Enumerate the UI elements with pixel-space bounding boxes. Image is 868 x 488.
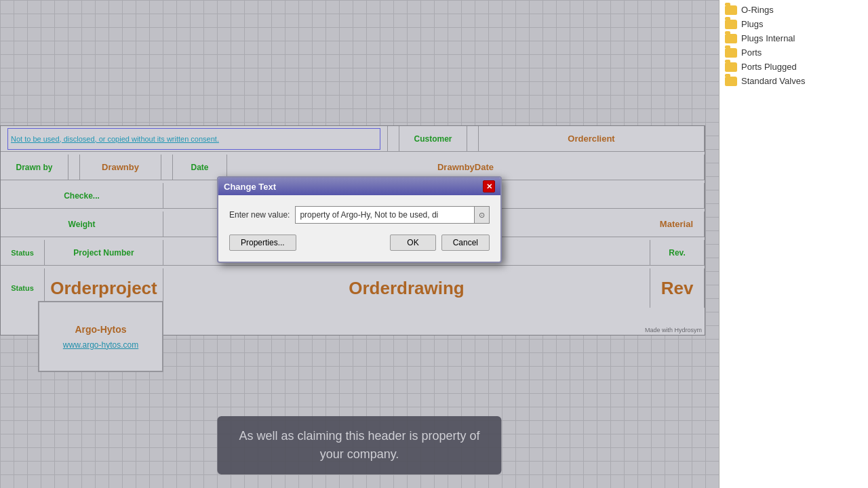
sidebar-item-ports[interactable]: Ports xyxy=(719,45,868,60)
folder-icon xyxy=(725,48,737,58)
sidebar-label-ports: Ports xyxy=(741,47,762,58)
sidebar-label-orings: O-Rings xyxy=(741,5,774,15)
properties-button[interactable]: Properties... xyxy=(229,235,296,251)
folder-icon xyxy=(725,34,737,43)
sidebar-label-plugs: Plugs xyxy=(741,19,764,29)
right-sidebar: O-Rings Plugs Plugs Internal Ports Ports… xyxy=(719,0,868,488)
folder-icon xyxy=(725,62,737,72)
dialog-title: Change Text xyxy=(224,182,276,192)
dialog-input-label: Enter new value: xyxy=(229,210,290,220)
folder-icon xyxy=(725,5,737,15)
dialog-titlebar: Change Text ✕ xyxy=(218,178,500,195)
sidebar-item-orings[interactable]: O-Rings xyxy=(719,3,868,17)
sidebar-label-ports-plugged: Ports Plugged xyxy=(741,62,797,72)
dialog-input-wrapper: ⊙ xyxy=(295,206,490,224)
sidebar-item-plugs-internal[interactable]: Plugs Internal xyxy=(719,31,868,45)
dialog-close-button[interactable]: ✕ xyxy=(483,180,495,192)
dialog-text-input[interactable] xyxy=(296,207,474,222)
sidebar-label-standard-valves: Standard Valves xyxy=(741,76,805,86)
folder-icon xyxy=(725,77,737,86)
folder-icon xyxy=(725,20,737,29)
change-text-dialog: Change Text ✕ Enter new value: ⊙ Propert… xyxy=(217,176,502,263)
sidebar-label-plugs-internal: Plugs Internal xyxy=(741,33,795,43)
ok-button[interactable]: OK xyxy=(390,235,435,251)
sidebar-item-standard-valves[interactable]: Standard Valves xyxy=(719,74,868,88)
dialog-input-row: Enter new value: ⊙ xyxy=(229,206,490,224)
sidebar-item-plugs[interactable]: Plugs xyxy=(719,17,868,31)
dialog-input-helper-button[interactable]: ⊙ xyxy=(474,207,489,223)
dialog-buttons: Properties... OK Cancel xyxy=(229,235,490,251)
dialog-body: Enter new value: ⊙ Properties... OK Canc… xyxy=(218,195,500,262)
cancel-button[interactable]: Cancel xyxy=(441,235,490,251)
sidebar-item-ports-plugged[interactable]: Ports Plugged xyxy=(719,60,868,74)
dialog-overlay: Change Text ✕ Enter new value: ⊙ Propert… xyxy=(0,0,719,488)
